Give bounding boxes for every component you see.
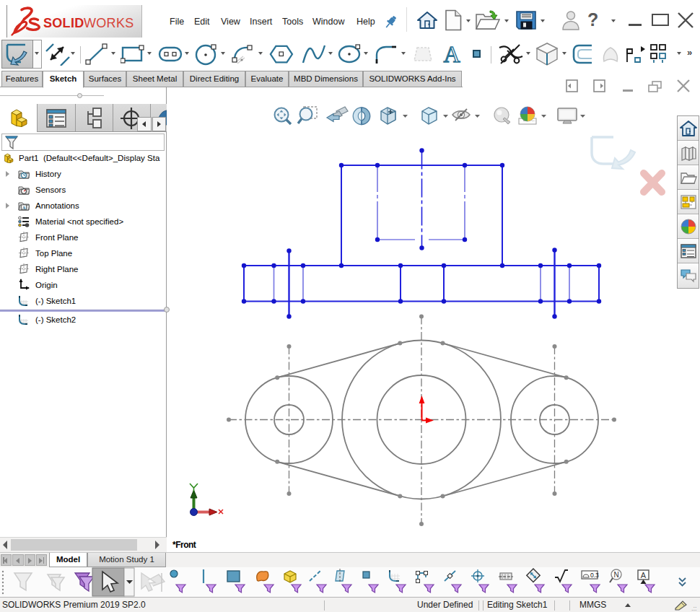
svg-text:A: A (22, 205, 26, 210)
svg-text:0.3: 0.3 (590, 572, 599, 579)
svg-text:N: N (613, 571, 618, 579)
svg-text:A: A (443, 43, 460, 66)
svg-text:A: A (641, 571, 647, 580)
